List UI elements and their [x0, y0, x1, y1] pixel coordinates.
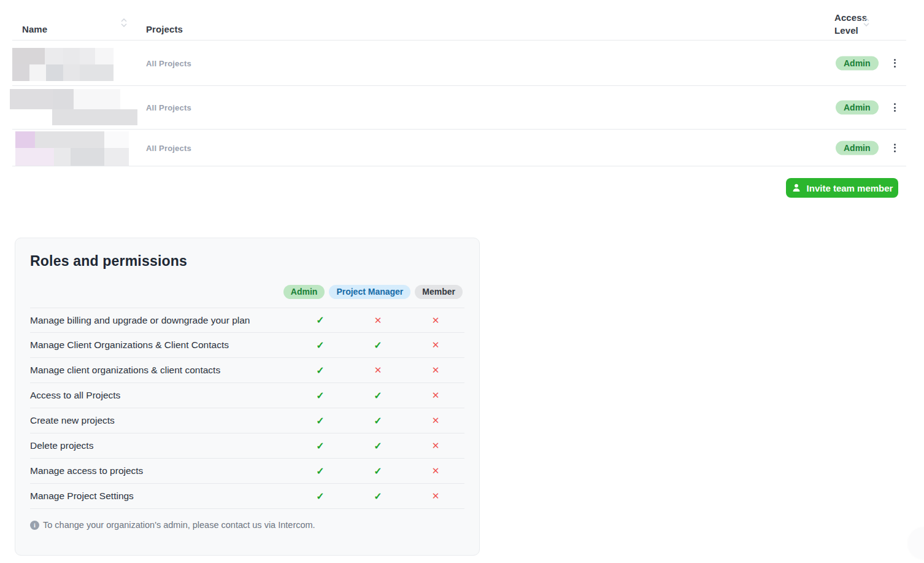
permission-row: Manage client organizations & client con… — [30, 358, 464, 383]
admin-change-note: i To change your organization's admin, p… — [30, 520, 315, 530]
permission-label: Access to all Projects — [30, 390, 291, 401]
admin-permission-mark: ✓ — [291, 365, 349, 376]
permission-row: Access to all Projects ✓ ✓ ✕ — [30, 383, 464, 408]
permission-label: Manage billing and upgrade or downgrade … — [30, 315, 291, 326]
member-permission-mark: ✕ — [407, 365, 464, 376]
column-header-name[interactable]: Name — [22, 24, 47, 34]
member-permission-mark: ✕ — [407, 340, 464, 351]
team-members-table: Name Projects Access Level All Projects … — [0, 0, 924, 167]
column-header-projects: Projects — [146, 24, 183, 34]
redacted-member-name — [10, 89, 137, 125]
invite-team-member-button[interactable]: Invite team member — [786, 178, 898, 198]
projects-cell: All Projects — [146, 143, 191, 152]
project-manager-permission-mark: ✕ — [349, 365, 407, 376]
project-manager-permission-mark: ✕ — [349, 315, 407, 326]
roles-permissions-card: Roles and permissions AdminProject Manag… — [15, 238, 480, 556]
role-badge: Project Manager — [329, 285, 410, 299]
member-permission-mark: ✕ — [407, 315, 464, 326]
permission-row: Manage Project Settings ✓ ✓ ✕ — [30, 484, 464, 509]
project-manager-permission-mark: ✓ — [349, 340, 407, 351]
access-level-badge: Admin — [836, 141, 879, 155]
permission-row: Delete projects ✓ ✓ ✕ — [30, 433, 464, 459]
admin-permission-mark: ✓ — [291, 440, 349, 452]
kebab-menu-icon[interactable] — [890, 102, 899, 113]
permission-row: Manage billing and upgrade or downgrade … — [30, 308, 464, 333]
admin-permission-mark: ✓ — [291, 390, 349, 402]
permission-row: Create new projects ✓ ✓ ✕ — [30, 408, 464, 433]
role-badge: Member — [415, 285, 463, 299]
admin-permission-mark: ✓ — [291, 314, 349, 326]
projects-cell: All Projects — [146, 58, 191, 68]
permission-label: Delete projects — [30, 440, 291, 451]
admin-permission-mark: ✓ — [291, 491, 349, 502]
project-manager-permission-mark: ✓ — [349, 440, 407, 452]
info-icon: i — [30, 521, 39, 530]
member-permission-mark: ✕ — [407, 390, 464, 401]
intercom-launcher-partial[interactable] — [908, 527, 924, 559]
person-icon — [791, 183, 801, 193]
role-legend: AdminProject ManagerMember — [283, 285, 463, 299]
admin-permission-mark: ✓ — [291, 415, 349, 427]
admin-permission-mark: ✓ — [291, 465, 349, 477]
table-row: All Projects Admin — [12, 41, 906, 86]
member-permission-mark: ✕ — [407, 440, 464, 451]
member-permission-mark: ✕ — [407, 465, 464, 476]
table-header-row: Name Projects Access Level — [12, 0, 906, 41]
redacted-member-name — [12, 48, 114, 81]
permission-label: Manage client organizations & client con… — [30, 365, 291, 376]
permission-label: Manage Project Settings — [30, 491, 291, 502]
kebab-menu-icon[interactable] — [890, 142, 899, 153]
note-text: To change your organization's admin, ple… — [43, 520, 315, 530]
admin-permission-mark: ✓ — [291, 340, 349, 351]
access-level-badge: Admin — [836, 101, 879, 115]
table-row: All Projects Admin — [12, 86, 906, 130]
redacted-member-name — [15, 131, 129, 166]
permission-label: Manage access to projects — [30, 465, 291, 476]
member-permission-mark: ✕ — [407, 491, 464, 502]
project-manager-permission-mark: ✓ — [349, 415, 407, 427]
project-manager-permission-mark: ✓ — [349, 390, 407, 402]
card-title: Roles and permissions — [30, 253, 187, 270]
project-manager-permission-mark: ✓ — [349, 491, 407, 502]
sort-icon[interactable] — [863, 17, 870, 27]
access-level-badge: Admin — [836, 56, 879, 70]
member-permission-mark: ✕ — [407, 415, 464, 426]
permission-label: Create new projects — [30, 415, 291, 426]
sort-icon[interactable] — [120, 18, 128, 28]
projects-cell: All Projects — [146, 103, 191, 112]
permissions-table: Manage billing and upgrade or downgrade … — [30, 308, 464, 509]
project-manager-permission-mark: ✓ — [349, 465, 407, 477]
permission-row: Manage Client Organizations & Client Con… — [30, 333, 464, 358]
permission-label: Manage Client Organizations & Client Con… — [30, 340, 291, 351]
invite-button-label: Invite team member — [807, 183, 893, 193]
permission-row: Manage access to projects ✓ ✓ ✕ — [30, 459, 464, 484]
role-badge: Admin — [283, 285, 325, 299]
table-row: All Projects Admin — [12, 130, 906, 166]
kebab-menu-icon[interactable] — [890, 58, 899, 69]
